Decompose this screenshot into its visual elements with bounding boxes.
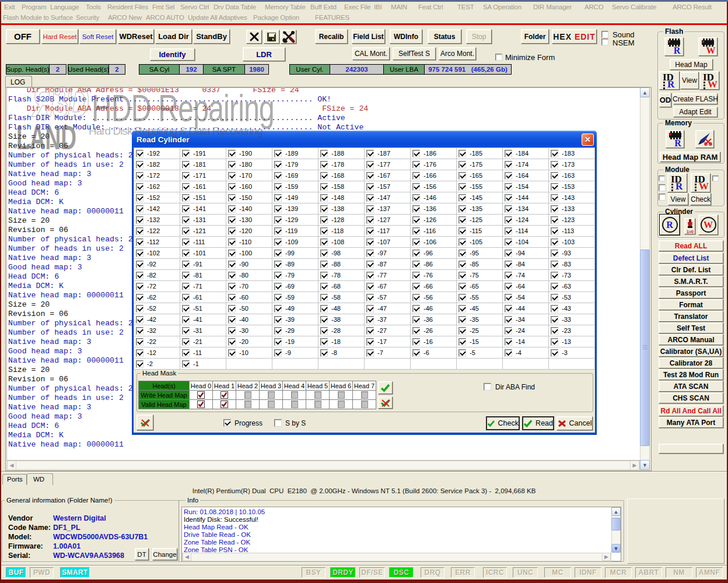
svg-text:1=0: 1=0 [687, 230, 694, 234]
